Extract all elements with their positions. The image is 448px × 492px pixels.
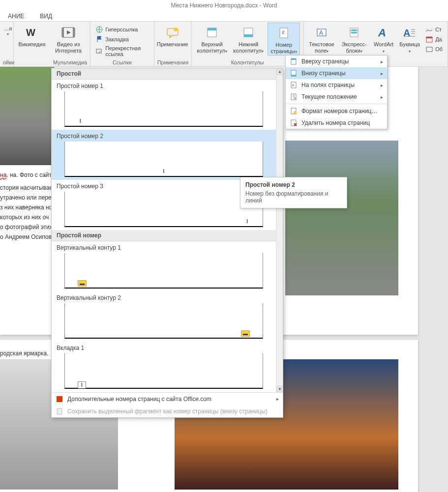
scroll-down-button[interactable]: ▾ <box>276 386 283 393</box>
wordart-button[interactable]: A WordArt▾ <box>371 23 396 55</box>
remove-icon <box>289 119 299 127</box>
tooltip-title: Простой номер 2 <box>245 181 342 188</box>
wikipedia-icon: W <box>24 25 40 40</box>
chevron-down-icon: ▾ <box>225 49 227 54</box>
svg-rect-19 <box>351 32 357 33</box>
chevron-down-icon: ▾ <box>360 49 362 54</box>
menu-current-position[interactable]: # Текущее положение ▸ <box>286 91 387 103</box>
gallery-section-header: Простой <box>52 68 276 80</box>
quick-parts-icon <box>346 25 362 40</box>
object-button[interactable]: Об <box>423 44 445 54</box>
gallery-preview: I <box>64 142 263 177</box>
svg-rect-2 <box>62 28 64 37</box>
svg-text:A: A <box>403 28 410 38</box>
globe-link-icon <box>95 26 103 33</box>
chevron-down-icon: ▾ <box>409 49 411 54</box>
chevron-down-icon: ▾ <box>327 49 329 54</box>
crossref-button[interactable]: Перекрестная ссылка <box>93 44 150 58</box>
gallery-scrollbar[interactable]: ▴ ▾ <box>276 68 283 393</box>
svg-rect-37 <box>57 408 62 414</box>
header-button[interactable]: Верхний колонтитул▾ <box>195 23 229 56</box>
dropcap-icon: A <box>402 25 418 40</box>
gallery-item-simple-1[interactable]: Простой номер 1 I <box>52 80 276 130</box>
gallery-preview: I <box>64 91 263 127</box>
gallery-section-header: Простой номер <box>52 230 276 241</box>
group-edge: …я ▾ ойки <box>0 22 14 66</box>
chevron-down-icon: ▾ <box>295 50 297 54</box>
edge-button[interactable]: …я ▾ <box>3 23 13 36</box>
quick-parts-button[interactable]: Экспресс- блоки▾ <box>339 23 369 55</box>
svg-text:A: A <box>378 27 386 38</box>
svg-text:#: # <box>282 30 285 35</box>
svg-rect-23 <box>426 37 432 38</box>
submenu-arrow-icon: ▸ <box>381 71 383 76</box>
dropcap-button[interactable]: A Буквица▾ <box>398 23 421 55</box>
bookmark-button[interactable]: Закладка <box>93 34 150 44</box>
group-comments: Примечание Примечания <box>154 22 192 66</box>
signature-icon <box>425 26 433 33</box>
online-video-button[interactable]: Видео из Интернета <box>53 23 84 54</box>
menu-separator <box>286 104 387 104</box>
format-icon <box>289 107 299 115</box>
flag-icon <box>95 35 103 43</box>
page-number-menu: Вверху страницы ▸ Внизу страницы ▸ # На … <box>285 55 388 129</box>
crossref-icon <box>95 47 103 55</box>
textbox-button[interactable]: A Текстовое поле▾ <box>306 23 337 55</box>
chevron-down-icon: ▾ <box>7 32 9 36</box>
tooltip: Простой номер 2 Номер без форматирования… <box>240 177 347 208</box>
page-number-button[interactable]: # Номер страницы▾ <box>268 23 300 56</box>
gallery-item-vertical-2[interactable]: Вертикальный контур 2 ▬ <box>52 291 276 342</box>
footer-button[interactable]: Нижний колонтитул▾ <box>231 23 266 56</box>
svg-text:W: W <box>26 27 35 38</box>
object-icon <box>425 45 433 53</box>
page-top-icon <box>289 58 299 65</box>
menu-top-of-page[interactable]: Вверху страницы ▸ <box>286 56 387 67</box>
image-placeholder[interactable] <box>285 141 398 295</box>
textbox-icon: A <box>314 25 329 40</box>
more-from-office-button[interactable]: Дополнительные номера страниц с сайта Of… <box>52 393 283 405</box>
gallery-footer: Дополнительные номера страниц с сайта Of… <box>52 392 283 417</box>
gallery-item-tab-1[interactable]: Вкладка 1 I <box>52 342 276 392</box>
menu-bottom-of-page[interactable]: Внизу страницы ▸ <box>286 67 387 79</box>
body-text: утрачено или перес <box>0 193 54 203</box>
menu-page-margins[interactable]: # На полях страницы ▸ <box>286 79 387 91</box>
gallery-item-simple-2[interactable]: Простой номер 2 I <box>52 130 276 180</box>
video-icon <box>60 25 76 40</box>
header-icon <box>204 25 220 40</box>
tab-view[interactable]: ВИД <box>32 11 60 21</box>
menu-format-numbers[interactable]: Формат номеров страниц… <box>286 105 387 117</box>
hyperlink-button[interactable]: Гиперссылка <box>93 25 150 34</box>
window-title: Места Нижнего Новгорода.docx - Word <box>171 2 277 9</box>
office-icon <box>55 395 64 403</box>
tab-partial[interactable]: АНИЕ <box>0 11 32 21</box>
signature-button[interactable]: Ст <box>423 25 445 34</box>
cursor-position-icon: # <box>289 93 299 101</box>
svg-point-8 <box>174 28 178 31</box>
svg-rect-18 <box>351 29 357 31</box>
gallery-preview: I <box>64 353 263 389</box>
body-text: стория насчитывает <box>0 183 55 193</box>
submenu-arrow-icon: ▸ <box>276 396 279 402</box>
comment-button[interactable]: Примечание <box>157 23 188 48</box>
datetime-button[interactable]: Да <box>423 34 445 44</box>
gallery-item-vertical-1[interactable]: Вертикальный контур 1 ▬ <box>52 241 276 291</box>
wikipedia-button[interactable]: W Википедия <box>17 23 47 48</box>
svg-rect-28 <box>291 75 296 76</box>
gallery-preview: I <box>64 192 263 227</box>
gallery-preview: ▬ <box>64 303 263 339</box>
page-bottom-icon <box>289 69 299 77</box>
svg-rect-10 <box>208 28 216 30</box>
menu-remove-numbers[interactable]: Удалить номера страниц <box>286 117 387 129</box>
submenu-arrow-icon: ▸ <box>381 83 383 88</box>
chevron-down-icon: ▾ <box>383 49 385 54</box>
submenu-arrow-icon: ▸ <box>381 59 383 64</box>
caption-text: родская ярмарка. <box>0 348 48 358</box>
image-placeholder[interactable] <box>0 67 54 165</box>
svg-rect-36 <box>57 396 62 402</box>
chevron-down-icon: ▾ <box>262 49 264 54</box>
save-fragment-icon <box>55 407 64 415</box>
tooltip-body: Номер без форматирования и линий <box>245 190 342 204</box>
scroll-up-button[interactable]: ▴ <box>276 68 283 75</box>
page-margin-icon: # <box>289 81 299 89</box>
svg-rect-12 <box>244 34 253 37</box>
